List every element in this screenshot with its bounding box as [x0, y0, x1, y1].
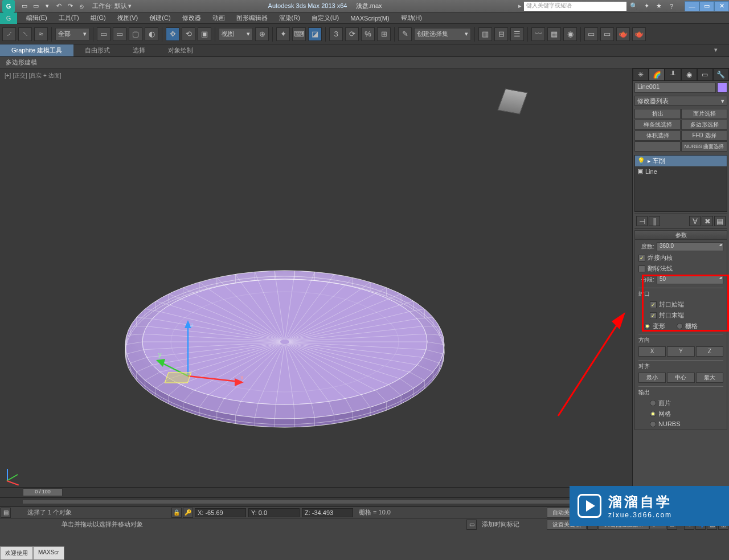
welcome-tab[interactable]: 欢迎使用 — [0, 546, 33, 560]
search-input[interactable]: 键入关键字或短语 — [524, 2, 626, 11]
hierarchy-tab-icon[interactable]: ╨ — [665, 68, 681, 81]
align-icon[interactable]: ⊟ — [494, 27, 508, 41]
stack-lathe[interactable]: 💡▸ 车削 — [635, 156, 727, 166]
out-nurbs-radio[interactable] — [650, 421, 656, 427]
pivot-icon[interactable]: ⊕ — [255, 27, 269, 41]
btn-empty[interactable] — [634, 141, 681, 152]
close-button[interactable]: ✕ — [714, 1, 729, 11]
ribbon-sub[interactable]: 多边形建模 — [0, 57, 729, 68]
axis-z-button[interactable]: Z — [696, 346, 723, 357]
select-name-icon[interactable]: ▭ — [113, 27, 126, 41]
frame-indicator[interactable]: 0 / 100 — [23, 488, 63, 496]
align-max-button[interactable]: 最大 — [696, 373, 723, 383]
btn-patchsel[interactable]: 面片选择 — [681, 109, 727, 119]
scale-icon[interactable]: ▣ — [198, 27, 211, 41]
lock-icon[interactable]: 🔒 — [171, 508, 182, 518]
ribbon-collapse-icon[interactable]: ▾ — [703, 44, 729, 56]
unique-icon[interactable]: ∀ — [689, 216, 701, 226]
spinner-snap-icon[interactable]: ⊞ — [377, 27, 391, 41]
keyboard-icon[interactable]: ⌨ — [292, 27, 306, 41]
app-icon[interactable]: G — [2, 0, 15, 13]
menu-anim[interactable]: 动画 — [207, 14, 231, 22]
axis-x-button[interactable]: X — [638, 346, 666, 357]
move-gizmo[interactable]: z x y — [154, 319, 256, 399]
qat-open-icon[interactable]: ▭ — [31, 1, 41, 11]
unlink-icon[interactable]: ⟍ — [18, 27, 32, 41]
time-tag-icon[interactable]: ▭ — [466, 520, 477, 530]
capstart-checkbox[interactable] — [650, 301, 657, 308]
btn-polysel[interactable]: 多边形选择 — [681, 120, 727, 130]
btn-ffdsel[interactable]: FFD 选择 — [681, 130, 727, 141]
help-icon[interactable]: ? — [666, 1, 677, 11]
menu-view[interactable]: 视图(V) — [112, 14, 144, 22]
modifier-list[interactable]: 修改器列表 — [634, 96, 727, 106]
align-min-button[interactable]: 最小 — [638, 373, 666, 383]
btn-nurbssel[interactable]: NURBS 曲面选择 — [681, 141, 727, 152]
degrees-spinner[interactable]: 360.0 — [657, 242, 723, 251]
viewcube[interactable] — [495, 85, 530, 120]
out-mesh-radio[interactable] — [650, 411, 656, 417]
curve-editor-icon[interactable]: 〰 — [531, 27, 545, 41]
select-icon[interactable]: ▭ — [97, 27, 110, 41]
angle-snap-icon[interactable]: ⟳ — [345, 27, 359, 41]
ribbon-tab-freeform[interactable]: 自由形式 — [73, 44, 121, 56]
pin-stack-icon[interactable]: ⊣ — [636, 216, 648, 226]
utilities-tab-icon[interactable]: 🔧 — [713, 68, 729, 81]
btn-splinesel[interactable]: 样条线选择 — [634, 120, 681, 130]
snap3-icon[interactable]: 3 — [329, 27, 343, 41]
rollout-params[interactable]: 参数 — [635, 231, 727, 240]
menu-group[interactable]: 组(G) — [85, 14, 112, 22]
morph-radio[interactable] — [644, 323, 650, 329]
coord-y[interactable]: Y: 0.0 — [248, 508, 300, 517]
segs-spinner[interactable]: 50 — [657, 275, 723, 284]
ribbon-tab-select[interactable]: 选择 — [121, 44, 157, 56]
capend-checkbox[interactable] — [650, 312, 657, 319]
qat-redo-icon[interactable]: ↷ — [65, 1, 75, 11]
btn-volsel[interactable]: 体积选择 — [634, 130, 681, 141]
menu-tools[interactable]: 工具(T) — [53, 14, 85, 22]
named-selection[interactable]: 创建选择集 — [414, 28, 471, 40]
snap-icon[interactable]: ◪ — [308, 27, 322, 41]
move-icon[interactable]: ✥ — [166, 27, 179, 41]
minimize-button[interactable]: — — [685, 1, 699, 11]
stack-line[interactable]: ▣Line — [635, 166, 727, 176]
axis-y-button[interactable]: Y — [667, 346, 694, 357]
motion-tab-icon[interactable]: ◉ — [681, 68, 697, 81]
menu-edit[interactable]: 编辑(E) — [21, 14, 53, 22]
toggle-icon[interactable]: ✦ — [641, 1, 652, 11]
add-time-tag[interactable]: 添加时间标记 — [477, 520, 524, 529]
menu-logo[interactable]: G — [0, 13, 17, 24]
selection-filter[interactable]: 全部 — [55, 28, 89, 40]
material-icon[interactable]: ◉ — [563, 27, 577, 41]
maximize-button[interactable]: ▭ — [699, 1, 714, 11]
create-tab-icon[interactable]: ✳ — [633, 68, 649, 81]
qat-undo-icon[interactable]: ↶ — [54, 1, 64, 11]
rect-sel-icon[interactable]: ▢ — [129, 27, 142, 41]
qat-new-icon[interactable]: ▭ — [19, 1, 30, 11]
menu-customize[interactable]: 自定义(U) — [306, 14, 345, 22]
render-frame-icon[interactable]: ▭ — [600, 27, 614, 41]
paint-sel-icon[interactable]: ◐ — [145, 27, 158, 41]
menu-modifiers[interactable]: 修改器 — [177, 14, 207, 22]
schematic-icon[interactable]: ▦ — [547, 27, 561, 41]
mirror-icon[interactable]: ▥ — [478, 27, 492, 41]
menu-grapheditors[interactable]: 图形编辑器 — [231, 14, 273, 22]
rotate-icon[interactable]: ⟲ — [182, 27, 195, 41]
menu-render[interactable]: 渲染(R) — [273, 14, 306, 22]
manip-icon[interactable]: ✦ — [276, 27, 290, 41]
link-icon[interactable]: ⟋ — [2, 27, 16, 41]
render-setup-icon[interactable]: ▭ — [584, 27, 598, 41]
render-icon[interactable]: 🫖 — [616, 27, 630, 41]
ref-coord[interactable]: 视图 — [219, 28, 253, 40]
weld-checkbox[interactable] — [638, 255, 645, 261]
ribbon-tab-graphite[interactable]: Graphite 建模工具 — [0, 44, 73, 56]
display-tab-icon[interactable]: ▭ — [697, 68, 713, 81]
bind-icon[interactable]: ≈ — [34, 27, 48, 41]
percent-snap-icon[interactable]: % — [361, 27, 375, 41]
flip-checkbox[interactable] — [638, 265, 645, 272]
menu-create[interactable]: 创建(C) — [144, 14, 176, 22]
qat-save-icon[interactable]: ▾ — [42, 1, 52, 11]
out-patch-radio[interactable] — [650, 400, 656, 406]
grid-radio[interactable] — [677, 323, 683, 329]
maxscript-tab[interactable]: MAXScr — [33, 546, 64, 560]
